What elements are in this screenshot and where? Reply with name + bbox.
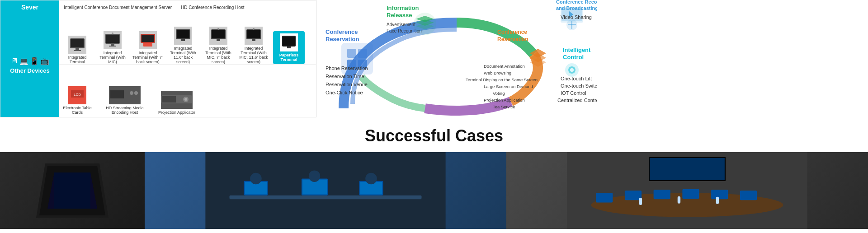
svg-text:Control: Control	[563, 54, 584, 61]
server-row: Sever Intelligent Conference Document Ma…	[0, 0, 316, 14]
svg-point-32	[134, 91, 138, 95]
svg-text:Tea Service: Tea Service	[493, 104, 515, 109]
svg-rect-106	[682, 189, 699, 199]
server-items: Intelligent Conference Document Manageme…	[59, 0, 316, 14]
svg-rect-109	[639, 198, 642, 205]
svg-text:IOT Control: IOT Control	[561, 90, 586, 96]
device-name-4: Integrated Terminal (With MIC, 7" back s…	[203, 46, 234, 64]
svg-point-100	[365, 173, 377, 185]
svg-rect-1	[71, 39, 84, 47]
svg-point-36	[184, 98, 187, 101]
svg-rect-2	[75, 48, 79, 50]
device-item-2: Integrated Terminal (With 7" back screen…	[132, 31, 164, 64]
svg-point-22	[253, 28, 255, 30]
svg-rect-39	[358, 49, 367, 58]
svg-text:Web Browsing: Web Browsing	[484, 70, 511, 75]
svg-rect-5	[106, 35, 119, 43]
other-device-1: HD Streaming Media Encoding Host	[102, 86, 147, 115]
svg-text:Terminal Display on the Same S: Terminal Display on the Same Screen	[466, 77, 538, 82]
table-card-icon: LCD	[68, 86, 86, 104]
projector-icon	[161, 91, 193, 109]
svg-rect-25	[287, 47, 291, 48]
tv-icon: 📺	[40, 57, 49, 65]
other-device-name-1: HD Streaming Media Encoding Host	[102, 106, 147, 115]
svg-rect-11	[143, 43, 152, 47]
svg-rect-17	[217, 39, 220, 41]
other-device-2: Projection Applicator	[156, 91, 197, 115]
device-name-5: Integrated Terminal (With MIC, 11.6" bac…	[238, 46, 269, 64]
device-item-4: Integrated Terminal (With MIC, 7" back s…	[203, 27, 234, 64]
svg-rect-105	[654, 190, 670, 199]
other-device-name-2: Projection Applicator	[158, 110, 195, 115]
svg-text:Reservation: Reservation	[326, 36, 359, 42]
images-section	[0, 152, 868, 229]
svg-text:Phone Reservation: Phone Reservation	[326, 65, 368, 71]
device-name-0: Integrated Terminal	[61, 55, 93, 64]
svg-rect-20	[247, 30, 260, 38]
encoder-icon	[109, 86, 141, 104]
svg-text:Large Screen on Demand: Large Screen on Demand	[484, 84, 533, 89]
svg-text:Projection Application: Projection Application	[484, 98, 525, 103]
other-device-0: LCD Electronic Table Cards	[61, 86, 93, 115]
svg-point-8	[112, 33, 113, 34]
svg-point-57	[570, 68, 574, 72]
svg-text:One-touch Lift: One-touch Lift	[561, 76, 592, 81]
svg-text:Releasse: Releasse	[387, 12, 412, 19]
tablet-icon: 📱	[30, 57, 39, 65]
image-device	[0, 152, 145, 229]
device-item-0: Integrated Terminal	[61, 36, 93, 64]
svg-rect-91	[230, 196, 422, 200]
svg-text:Intelligent: Intelligent	[563, 47, 591, 53]
monitor-icon: 🖥	[11, 57, 18, 65]
terminal-icon-2	[139, 31, 157, 49]
other-devices-icons: 🖥 💻 📱 📺	[11, 57, 49, 65]
svg-rect-7	[109, 46, 116, 47]
svg-text:Document Annotation: Document Annotation	[484, 64, 525, 69]
svg-text:Advertisement: Advertisement	[387, 22, 415, 27]
svg-rect-38	[347, 49, 356, 58]
terminal-icon-0	[68, 36, 86, 54]
svg-rect-24	[283, 37, 295, 46]
device-row-top: Integrated Terminal Integrated Terminal …	[59, 14, 316, 65]
device-row-bottom: LCD Electronic Table Cards HD Streaming …	[59, 65, 316, 117]
svg-rect-108	[740, 191, 757, 200]
svg-text:Reservation Time: Reservation Time	[326, 74, 364, 79]
svg-text:One-Click Notice: One-Click Notice	[326, 90, 363, 95]
device-item-3: Integrated Terminal (With 11.6" back scr…	[167, 27, 199, 64]
image-conference-room	[506, 152, 868, 229]
svg-text:Voting: Voting	[493, 91, 505, 96]
devices-row: 🖥 💻 📱 📺 Other Devices Integrated Termina…	[0, 14, 316, 117]
svg-rect-104	[625, 191, 642, 200]
terminal-icon-5	[245, 27, 263, 45]
device-item-6: Paperless Terminal	[273, 31, 305, 64]
device-grid: Integrated Terminal Integrated Terminal …	[59, 14, 316, 117]
svg-point-31	[130, 91, 133, 95]
svg-text:LCD: LCD	[74, 93, 81, 97]
server-item-2: HD Conference Recording Host	[181, 5, 245, 10]
svg-point-98	[250, 173, 262, 185]
svg-rect-13	[177, 30, 189, 38]
other-devices-box: 🖥 💻 📱 📺 Other Devices	[0, 14, 59, 117]
svg-point-18	[217, 28, 219, 30]
device-item-1: Integrated Terminal (With MIC)	[97, 31, 128, 64]
svg-text:Information: Information	[387, 5, 419, 11]
svg-text:Video Sharing: Video Sharing	[561, 14, 592, 20]
svg-rect-89	[54, 172, 90, 209]
svg-text:Face Recognition: Face Recognition	[387, 28, 422, 33]
svg-rect-110	[678, 196, 680, 204]
other-device-name-0: Electronic Table Cards	[61, 106, 93, 115]
svg-rect-107	[711, 190, 728, 199]
device-item-5: Integrated Terminal (With MIC, 11.6" bac…	[238, 27, 269, 64]
successful-cases-title: Successful Cases	[0, 126, 868, 145]
server-label: Sever	[0, 0, 59, 14]
svg-rect-3	[74, 50, 81, 51]
svg-rect-10	[142, 35, 154, 42]
svg-text:Centralized Control: Centralized Control	[557, 98, 597, 103]
device-name-1: Integrated Terminal (With MIC)	[97, 51, 128, 64]
desktop-icon: 💻	[19, 57, 28, 65]
terminal-icon-4	[209, 27, 227, 45]
svg-text:and Broadcasting: and Broadcasting	[556, 5, 597, 11]
svg-rect-21	[252, 39, 255, 41]
svg-point-99	[309, 170, 321, 182]
svg-text:Conference: Conference	[497, 29, 527, 35]
